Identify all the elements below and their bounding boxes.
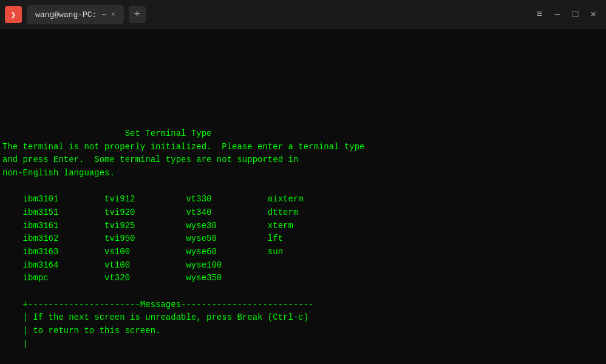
menu-button[interactable]: ≡ xyxy=(537,10,543,19)
titlebar: ❯ wang@wang-PC: ~ × + ≡ — □ ✕ xyxy=(0,0,606,29)
window-controls: ≡ — □ ✕ xyxy=(537,10,601,19)
title-line: Set Terminal Type xyxy=(2,127,604,141)
empty-line-5 xyxy=(2,88,604,101)
terminal-output: Set Terminal Type The terminal is not pr… xyxy=(0,35,606,364)
empty-line-1 xyxy=(2,35,604,49)
maximize-button[interactable]: □ xyxy=(573,10,579,19)
terminal-row-5: ibm3163 vs100 wyse60 sun xyxy=(2,246,604,259)
empty-line-2 xyxy=(2,49,604,62)
terminal-row-4: ibm3162 tvi950 wyse50 lft xyxy=(2,232,604,246)
minimize-button[interactable]: — xyxy=(554,10,560,19)
empty-line-7 xyxy=(2,114,604,127)
terminal-window[interactable]: Set Terminal Type The terminal is not pr… xyxy=(0,29,606,364)
empty-line-4 xyxy=(2,75,604,88)
terminal-row-6: ibm3164 vt100 wyse100 xyxy=(2,259,604,272)
msg-line-1: | If the next screen is unreadable, pres… xyxy=(2,311,604,325)
terminal-row-1: ibm3101 tvi912 vt330 aixterm xyxy=(2,193,604,206)
msg-line-2: | to return to this screen. xyxy=(2,325,604,338)
tab-close-button[interactable]: × xyxy=(111,11,115,18)
blank-line-3 xyxy=(2,351,604,365)
blank-line-1 xyxy=(2,180,604,194)
active-tab[interactable]: wang@wang-PC: ~ × xyxy=(27,5,124,24)
empty-line-6 xyxy=(2,101,604,114)
blank-line-2 xyxy=(2,285,604,298)
new-tab-button[interactable]: + xyxy=(129,6,146,23)
close-button[interactable]: ✕ xyxy=(590,10,596,19)
terminal-row-3: ibm3161 tvi925 wyse30 xterm xyxy=(2,220,604,233)
terminal-row-7: ibmpc vt320 wyse350 xyxy=(2,272,604,285)
msg-line-3: | xyxy=(2,338,604,351)
msg-border-top: +----------------------Messages---------… xyxy=(2,298,604,312)
tab-label: wang@wang-PC: ~ xyxy=(35,10,106,19)
app-logo: ❯ xyxy=(5,6,22,23)
desc-line-2: and press Enter. Some terminal types are… xyxy=(2,153,604,167)
terminal-row-2: ibm3151 tvi920 vt340 dtterm xyxy=(2,206,604,220)
desc-line-1: The terminal is not properly initialized… xyxy=(2,141,604,154)
empty-line-3 xyxy=(2,61,604,75)
desc-line-3: non-English languages. xyxy=(2,167,604,180)
